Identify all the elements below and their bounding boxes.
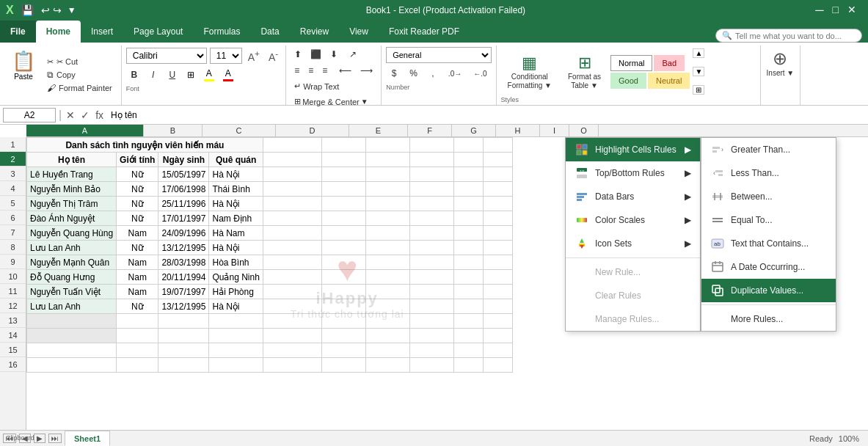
- cell-B13[interactable]: [117, 314, 158, 329]
- cell-I16[interactable]: [453, 358, 483, 373]
- cell-B9[interactable]: Nam: [117, 255, 158, 270]
- tab-file[interactable]: File: [0, 21, 36, 43]
- cell-B7[interactable]: Nam: [117, 226, 158, 241]
- confirm-formula-button[interactable]: ✓: [79, 109, 91, 121]
- menu-item-clearrules[interactable]: Clear Rules: [566, 284, 700, 307]
- cell-B5[interactable]: Nữ: [117, 197, 158, 211]
- cell-O15[interactable]: [483, 343, 512, 358]
- wrap-text-button[interactable]: ↵ Wrap Text: [291, 79, 343, 93]
- cell-H5[interactable]: [409, 197, 453, 211]
- cell-H11[interactable]: [409, 285, 453, 299]
- cell-H15[interactable]: [409, 343, 453, 358]
- cell-G10[interactable]: [365, 270, 409, 285]
- cell-F10[interactable]: [321, 270, 365, 285]
- col-header-F[interactable]: F: [408, 125, 452, 136]
- indent-decrease-button[interactable]: ⟵: [335, 63, 355, 78]
- cell-G9[interactable]: [365, 255, 409, 270]
- submenu-item-equal-to[interactable]: Equal To...: [701, 208, 836, 232]
- row-num-6[interactable]: 6: [0, 211, 26, 225]
- col-header-D[interactable]: D: [276, 125, 349, 136]
- cell-C13[interactable]: [158, 314, 209, 329]
- tab-formulas[interactable]: Formulas: [193, 21, 250, 43]
- cell-G4[interactable]: [365, 182, 409, 197]
- cell-A2[interactable]: Họ tên: [27, 153, 117, 167]
- styles-scroll-up[interactable]: ▲: [693, 48, 704, 58]
- cell-I4[interactable]: [453, 182, 483, 197]
- cell-A8[interactable]: Lưu Lan Anh: [27, 241, 117, 255]
- cell-B14[interactable]: [117, 329, 158, 343]
- align-top-button[interactable]: ⬆: [291, 47, 305, 62]
- cell-G5[interactable]: [365, 197, 409, 211]
- cell-B11[interactable]: Nam: [117, 285, 158, 299]
- cell-G3[interactable]: [365, 167, 409, 182]
- cell-E9[interactable]: [263, 255, 321, 270]
- comma-button[interactable]: ,: [425, 66, 441, 81]
- cell-A10[interactable]: Đỗ Quang Hưng: [27, 270, 117, 285]
- cell-E3[interactable]: [263, 167, 321, 182]
- cell-G8[interactable]: [365, 241, 409, 255]
- cell-E2[interactable]: [263, 153, 321, 167]
- cell-E14[interactable]: [263, 329, 321, 343]
- cell-G7[interactable]: [365, 226, 409, 241]
- style-neutral[interactable]: Neutral: [648, 73, 690, 89]
- cell-H3[interactable]: [409, 167, 453, 182]
- cell-A6[interactable]: Đào Ánh Nguyệt: [27, 211, 117, 226]
- cell-B10[interactable]: Nam: [117, 270, 158, 285]
- cell-O9[interactable]: [483, 255, 512, 270]
- cell-F7[interactable]: [321, 226, 365, 241]
- cell-E12[interactable]: [263, 299, 321, 314]
- cell-C14[interactable]: [158, 329, 209, 343]
- cell-H8[interactable]: [409, 241, 453, 255]
- cell-E6[interactable]: [263, 211, 321, 226]
- style-good[interactable]: Good: [610, 73, 646, 89]
- row-num-5[interactable]: 5: [0, 196, 26, 211]
- sheet-nav-last[interactable]: ⏭: [48, 434, 62, 443]
- cell-D15[interactable]: [209, 343, 263, 358]
- row-num-13[interactable]: 13: [0, 313, 26, 328]
- cell-H12[interactable]: [409, 299, 453, 314]
- cell-F11[interactable]: [321, 285, 365, 299]
- cell-O8[interactable]: [483, 241, 512, 255]
- cell-B3[interactable]: Nữ: [117, 167, 158, 182]
- row-num-8[interactable]: 8: [0, 240, 26, 255]
- cell-I8[interactable]: [453, 241, 483, 255]
- cell-C3[interactable]: 15/05/1997: [158, 167, 209, 182]
- cell-H7[interactable]: [409, 226, 453, 241]
- save-icon[interactable]: 💾: [21, 4, 34, 16]
- title-cell[interactable]: Danh sách tình nguyện viên hiến máu: [27, 138, 263, 153]
- cell-D11[interactable]: Hải Phòng: [209, 285, 263, 299]
- cell-F14[interactable]: [321, 329, 365, 343]
- text-angle-button[interactable]: ↗: [346, 47, 360, 62]
- cell-C15[interactable]: [158, 343, 209, 358]
- cell-D4[interactable]: Thái Bình: [209, 182, 263, 197]
- submenu-item-between[interactable]: Between...: [701, 185, 836, 208]
- cell-C2[interactable]: Ngày sinh: [158, 153, 209, 167]
- cell-D14[interactable]: [209, 329, 263, 343]
- cell-A14[interactable]: [27, 329, 117, 343]
- menu-item-colorscales[interactable]: Color Scales ▶: [566, 208, 700, 232]
- conditional-formatting-button[interactable]: ▦ ConditionalFormatting ▼: [501, 47, 558, 96]
- copy-button[interactable]: ⧉ Copy: [44, 69, 115, 81]
- cell-G6[interactable]: [365, 211, 409, 226]
- cell-G16[interactable]: [365, 358, 409, 373]
- submenu-item-text-contains[interactable]: ab Text that Contains...: [701, 232, 836, 255]
- cell-H6[interactable]: [409, 211, 453, 226]
- undo-icon[interactable]: ↩: [41, 4, 50, 16]
- styles-scroll-down[interactable]: ▼: [693, 67, 704, 76]
- insert-function-button[interactable]: fx: [94, 109, 105, 121]
- menu-item-highlight-cells[interactable]: Highlight Cells Rules ▶: [566, 138, 700, 161]
- col-header-O[interactable]: O: [569, 125, 599, 136]
- cancel-formula-button[interactable]: ✕: [65, 109, 76, 121]
- cell-C6[interactable]: 17/01/1997: [158, 211, 209, 226]
- sheet-nav-next[interactable]: ▶: [34, 434, 45, 443]
- cell-O4[interactable]: [483, 182, 512, 197]
- cell-G14[interactable]: [365, 329, 409, 343]
- minimize-button[interactable]: ─: [815, 4, 823, 17]
- cell-F2[interactable]: [321, 153, 365, 167]
- cell-F1[interactable]: [321, 138, 365, 153]
- cell-D5[interactable]: Hà Nội: [209, 197, 263, 211]
- cell-B6[interactable]: Nữ: [117, 211, 158, 226]
- tab-data[interactable]: Data: [250, 21, 289, 43]
- tell-me-input[interactable]: 🔍 Tell me what you want to do...: [715, 29, 862, 43]
- cell-H16[interactable]: [409, 358, 453, 373]
